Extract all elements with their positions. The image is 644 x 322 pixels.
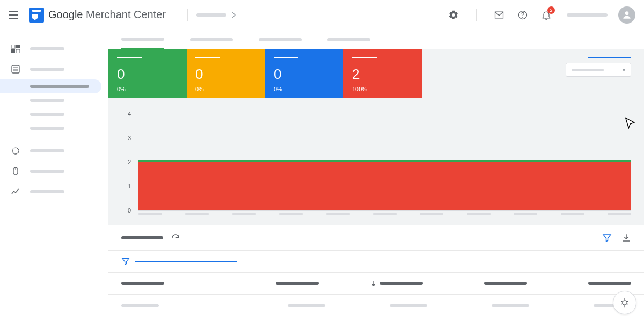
svg-rect-3 — [11, 45, 15, 48]
sidebar-item-sub4[interactable] — [0, 121, 108, 135]
x-tick — [326, 213, 350, 215]
x-axis — [138, 213, 631, 215]
logo[interactable]: Google Merchant Center — [29, 8, 166, 23]
chevron-right-icon — [232, 12, 236, 18]
divider — [476, 9, 477, 21]
sort-arrow-icon — [370, 280, 377, 287]
status-card-1[interactable]: 00% — [187, 49, 265, 98]
svg-line-17 — [621, 301, 623, 302]
column-header-5[interactable] — [538, 280, 631, 287]
chart-dropdown[interactable]: ▾ — [566, 57, 631, 77]
column-header-4[interactable] — [434, 280, 527, 287]
notification-badge: 2 — [547, 6, 555, 14]
status-card-3[interactable]: 2100% — [343, 49, 422, 98]
header-actions: 2 — [444, 5, 635, 25]
grid-line — [138, 210, 631, 211]
sidebar-label — [30, 113, 64, 116]
filter-icon[interactable] — [602, 233, 612, 243]
svg-line-18 — [627, 301, 628, 302]
sidebar-item-all-products[interactable] — [0, 93, 108, 107]
svg-line-19 — [621, 304, 623, 305]
download-icon[interactable] — [621, 233, 631, 243]
main: 00%00%00%2100% ▾ 4 3 2 1 0 — [108, 30, 644, 322]
column-header-3[interactable] — [330, 280, 423, 287]
menu-icon[interactable] — [9, 11, 18, 19]
column-header-2[interactable] — [225, 280, 319, 287]
sidebar-label — [30, 99, 64, 102]
column-header-1[interactable] — [121, 280, 215, 287]
settings-button[interactable] — [444, 5, 463, 25]
tab-3[interactable] — [259, 38, 302, 41]
status-card-0[interactable]: 00% — [108, 49, 187, 98]
chart-area: 00%00%00%2100% ▾ 4 3 2 1 0 — [108, 49, 644, 225]
x-tick — [373, 213, 397, 215]
x-tick — [232, 213, 256, 215]
sidebar-label — [30, 85, 89, 88]
list-icon — [11, 64, 20, 74]
avatar[interactable] — [618, 6, 635, 24]
sidebar-item-feeds[interactable] — [0, 107, 108, 121]
tab-label — [327, 38, 370, 41]
sidebar-label — [30, 68, 64, 71]
sidebar-item-products[interactable] — [0, 59, 108, 79]
table-header — [108, 272, 644, 294]
table-toolbar — [108, 225, 644, 250]
sidebar-item-growth[interactable] — [0, 161, 108, 181]
sidebar-label — [30, 190, 64, 193]
filter-link[interactable] — [135, 261, 237, 262]
x-tick — [514, 213, 537, 215]
dropdown-value — [572, 69, 604, 71]
y-tick: 4 — [128, 111, 131, 117]
sidebar-item-diagnostics[interactable] — [0, 79, 101, 93]
tab-label — [259, 38, 302, 41]
tabs — [108, 30, 644, 49]
tab-label — [121, 38, 164, 41]
tab-2[interactable] — [190, 38, 233, 41]
filter-row[interactable] — [108, 250, 644, 272]
x-tick — [279, 213, 303, 215]
svg-rect-5 — [11, 49, 15, 53]
dropdown-accent — [588, 57, 631, 58]
refresh-icon[interactable] — [171, 233, 180, 243]
tab-4[interactable] — [327, 38, 370, 41]
person-icon — [621, 10, 632, 20]
svg-point-1 — [522, 17, 523, 18]
x-tick — [608, 213, 631, 215]
dropdown-box[interactable]: ▾ — [566, 63, 631, 77]
sidebar-label — [30, 170, 64, 173]
sidebar-item-performance[interactable] — [0, 181, 108, 202]
layout: 00%00%00%2100% ▾ 4 3 2 1 0 — [0, 30, 644, 322]
svg-point-11 — [12, 148, 19, 154]
svg-point-2 — [625, 11, 629, 15]
trend-icon — [11, 187, 20, 196]
help-icon — [517, 10, 528, 20]
account-selector[interactable] — [567, 13, 608, 17]
tab-label — [190, 38, 233, 41]
tab-1[interactable] — [121, 30, 164, 49]
svg-rect-4 — [16, 45, 20, 48]
x-tick — [138, 213, 162, 215]
logo-icon — [29, 8, 44, 23]
chart: 4 3 2 1 0 — [138, 114, 631, 210]
mail-button[interactable] — [489, 5, 509, 25]
chart-series-green — [138, 160, 631, 162]
sidebar — [0, 30, 108, 322]
sidebar-item-overview[interactable] — [0, 39, 108, 59]
notifications-button[interactable]: 2 — [537, 5, 556, 25]
table-row[interactable] — [108, 294, 644, 317]
sidebar-item-marketing[interactable] — [0, 141, 108, 161]
header: Google Merchant Center 2 — [0, 0, 644, 30]
feedback-button[interactable] — [613, 291, 636, 314]
status-card-2[interactable]: 00% — [265, 49, 343, 98]
chart-series-red — [138, 162, 631, 210]
help-button[interactable] — [513, 5, 532, 25]
sidebar-label — [30, 149, 64, 152]
svg-line-20 — [627, 304, 628, 305]
x-tick — [420, 213, 443, 215]
toolbar-label — [121, 236, 163, 239]
sidebar-label — [30, 47, 64, 50]
breadcrumb-segment[interactable] — [196, 13, 226, 17]
logo-text: Google Merchant Center — [48, 9, 166, 21]
x-tick — [561, 213, 584, 215]
breadcrumb[interactable] — [196, 12, 236, 18]
